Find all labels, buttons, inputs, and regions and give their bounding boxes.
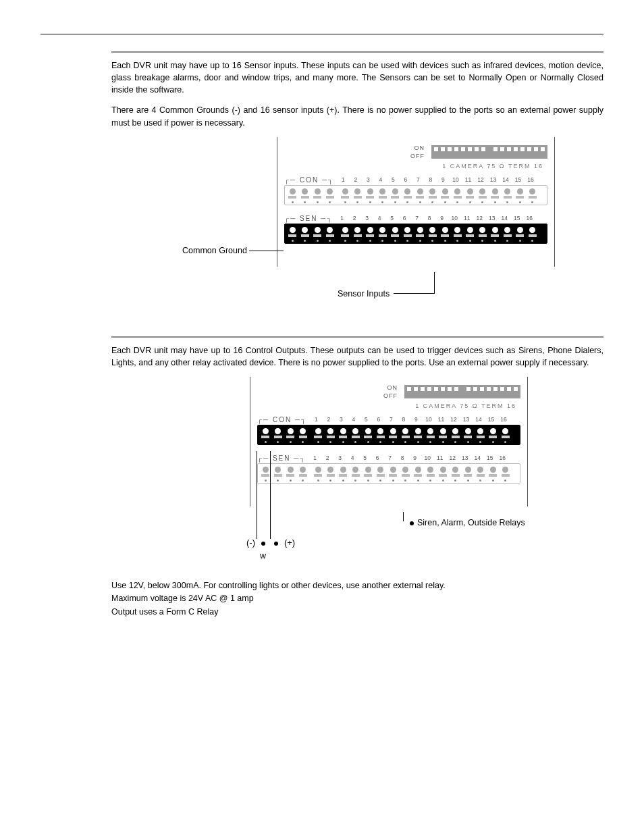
sen-row: ┌─ SEN ─┐ 12345678910111213141516 [284,215,547,244]
neg-wire [257,451,257,539]
sensor-inputs-leader [394,293,434,294]
sen-row-2: ┌─ SEN ─┐ 12345678910111213141516 [257,454,520,484]
dip-off-label: OFF [410,152,425,160]
common-ground-label: Common Ground [182,246,247,255]
pos-label: (+) [284,538,295,548]
dip-switch-area: ON OFF [284,144,547,160]
common-ground-leader [249,251,284,251]
con-row-2: ┌─ CON ─┐ 12345678910111213141516 [257,416,520,445]
sen-bracket: ┌─ SEN ─┐ [284,215,333,222]
pos-wire [270,451,271,539]
con-bracket: ┌─ CON ─┐ [284,176,334,184]
sen-terminal-strip-2 [257,463,520,484]
dip-labels-2: ON OFF [383,384,398,400]
sen-bracket-2: ┌─ SEN ─┐ [257,454,306,462]
sensor-panel: ON OFF 1 CAMERA 75 Ω TERM 16 ┌─ CON ─┐ 1… [277,137,555,267]
con-row: ┌─ CON ─┐ 12345678910111213141516 [284,176,547,205]
header-rule [41,34,603,34]
sensor-figure: ON OFF 1 CAMERA 75 Ω TERM 16 ┌─ CON ─┐ 1… [111,137,603,313]
sensor-inputs-label: Sensor Inputs [338,289,390,298]
con-terminal-strip-2 [257,425,520,445]
sensor-section: Each DVR unit may have up to 16 Sensor i… [111,51,603,313]
control-output-section: Each DVR unit may have up to 16 Control … [111,336,603,619]
page: Each DVR unit may have up to 16 Sensor i… [0,0,644,683]
sensor-paragraph-1: Each DVR unit may have up to 16 Sensor i… [111,59,603,96]
sensor-inputs-leader-v [434,272,435,294]
control-figure: ON OFF 1 CAMERA 75 Ω TERM 16 ┌─ CON ─┐ 1… [111,377,603,566]
spec-line-3: Output uses a Form C Relay [111,606,603,619]
dip-switch-area-2: ON OFF [257,384,520,400]
polarity-dots: (-) (+) [246,538,295,548]
sensor-paragraph-2: There are 4 Common Grounds (-) and 16 se… [111,104,603,128]
w-label: w [260,551,266,561]
neg-label: (-) [246,538,255,548]
spec-line-1: Use 12V, below 300mA. For controlling li… [111,579,603,592]
dip-labels: ON OFF [410,144,425,160]
dip-off-label-2: OFF [383,392,398,400]
spec-line-2: Maximum voltage is 24V AC @ 1 amp [111,592,603,605]
control-paragraph-1: Each DVR unit may have up to 16 Control … [111,344,603,369]
sen-terminal-strip [284,224,547,244]
con-bracket-2: ┌─ CON ─┐ [257,416,307,423]
termination-label: 1 CAMERA 75 Ω TERM 16 [284,163,543,170]
dip-switch-bank [431,145,547,159]
relay-label: Siren, Alarm, Outside Relays [406,518,525,527]
termination-label-2: 1 CAMERA 75 Ω TERM 16 [257,402,516,409]
dip-on-label: ON [414,144,425,152]
con-terminal-strip [284,185,547,205]
control-panel: ON OFF 1 CAMERA 75 Ω TERM 16 ┌─ CON ─┐ 1… [250,377,528,506]
spec-list: Use 12V, below 300mA. For controlling li… [111,579,603,619]
relay-leader-v [403,512,404,521]
dip-on-label-2: ON [387,384,398,392]
dip-switch-bank-2 [404,385,520,398]
